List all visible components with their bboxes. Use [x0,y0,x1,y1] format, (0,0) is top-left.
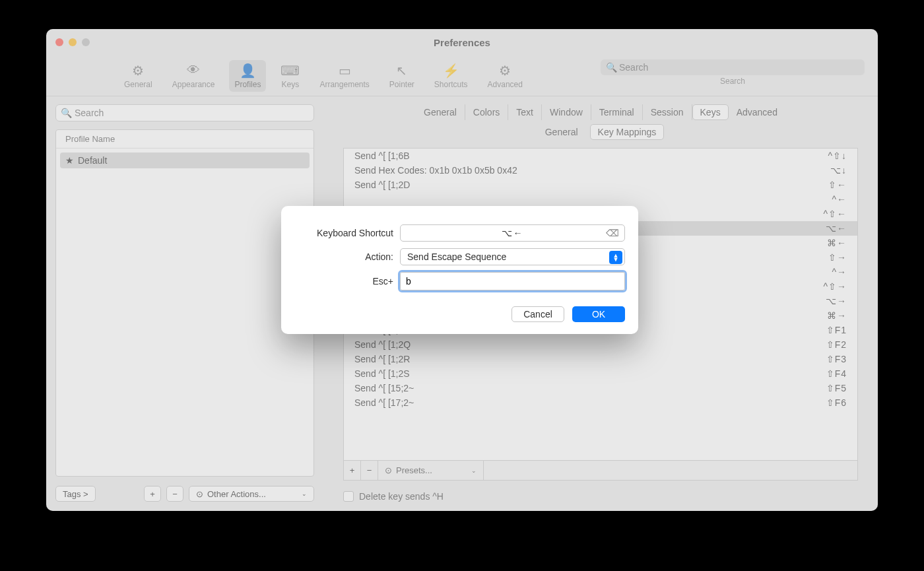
tab-keys[interactable]: Keys [692,104,729,120]
search-icon: 🔍 [606,62,617,73]
mapping-key: ⌘→ [827,310,847,321]
mapping-row[interactable]: Send Hex Codes: 0x1b 0x1b 0x5b 0x42⌥↓ [344,163,857,178]
search-icon: 🔍 [61,108,72,118]
delete-key-checkbox-row[interactable]: Delete key sends ^H [343,491,858,502]
mapping-row[interactable]: ^← [344,192,857,207]
tab-terminal[interactable]: Terminal [591,104,643,120]
mapping-key: ⇧F3 [826,354,847,364]
toolbar-search-input[interactable] [601,59,865,75]
titlebar: Preferences [46,29,878,55]
mapping-key: ⌥↓ [830,165,847,176]
maximize-icon[interactable] [82,38,90,46]
chevron-updown-icon: ▲▼ [609,251,622,264]
mapping-action: Send ^[ [15;2~ [354,383,414,393]
profile-list-header[interactable]: Profile Name [56,130,314,149]
ellipsis-icon: ⊙ [196,489,203,499]
general-icon: ⚙ [132,63,144,79]
arrangements-icon: ▭ [339,63,351,79]
star-icon: ★ [65,155,74,166]
add-profile-button[interactable]: + [144,486,161,502]
presets-dropdown[interactable]: ⊙Presets... ⌄ [378,461,484,480]
mapping-key: ⌥← [826,223,847,234]
toolbar-item-label: General [124,80,152,89]
ok-button[interactable]: OK [572,306,625,322]
toolbar-item-advanced[interactable]: ⚙Advanced [482,60,528,92]
shortcuts-icon: ⚡ [443,63,459,79]
mapping-action: Send ^[ [17;2~ [354,397,414,408]
remove-profile-button[interactable]: − [166,486,183,502]
subtab-key-mappings[interactable]: Key Mappings [590,124,665,140]
esc-label: Esc+ [294,276,400,286]
mapping-row[interactable]: Send ^[ [1;6B^⇧↓ [344,149,857,163]
subtab-general[interactable]: General [537,124,586,140]
tab-colors[interactable]: Colors [465,104,508,120]
mapping-row[interactable]: Send ^[ [1;2R⇧F3 [344,352,857,366]
tab-general[interactable]: General [416,104,465,120]
mapping-row[interactable]: Send ^[ [17;2~⇧F6 [344,395,857,410]
profile-row[interactable]: ★ Default [60,152,310,168]
chevron-down-icon: ⌄ [471,467,477,474]
profile-search-input[interactable] [55,104,314,121]
mapping-key: ^→ [832,267,847,277]
close-icon[interactable] [55,38,63,46]
mapping-row[interactable]: Send ^[ [1;2Q⇧F2 [344,337,857,352]
pointer-icon: ↖ [396,63,407,79]
mapping-row[interactable]: Send ^[ [1;2D⇧← [344,178,857,192]
tab-window[interactable]: Window [542,104,591,120]
profile-name: Default [78,155,107,166]
clear-icon[interactable]: ⌫ [606,228,620,238]
mapping-row[interactable]: Send ^[ [1;2S⇧F4 [344,366,857,381]
mapping-key: ⇧F6 [826,397,847,408]
mapping-key: ⇧F5 [826,383,847,393]
mapping-key: ^← [832,194,847,205]
profiles-icon: 👤 [240,63,256,79]
toolbar-item-keys[interactable]: ⌨Keys [275,60,305,92]
cancel-button[interactable]: Cancel [512,306,564,322]
profile-list: Profile Name ★ Default [55,129,314,477]
mapping-key: ⇧F4 [826,368,847,379]
mapping-action: Send ^[ [1;2R [354,354,410,364]
esc-sequence-input[interactable] [400,272,625,290]
checkbox[interactable] [343,491,354,502]
keys-subtabs: GeneralKey Mappings [323,124,878,140]
toolbar-item-profiles[interactable]: 👤Profiles [229,60,266,92]
toolbar-item-arrangements[interactable]: ▭Arrangements [314,60,374,92]
toolbar-item-appearance[interactable]: 👁Appearance [167,60,220,92]
traffic-lights[interactable] [55,38,90,46]
mapping-key: ⇧→ [828,252,847,263]
toolbar-item-label: Appearance [172,80,215,89]
other-actions-button[interactable]: ⊙Other Actions... ⌄ [189,486,314,502]
add-mapping-button[interactable]: + [344,461,361,480]
ellipsis-icon: ⊙ [385,465,392,475]
toolbar-item-shortcuts[interactable]: ⚡Shortcuts [429,60,473,92]
toolbar-item-label: Advanced [488,80,523,89]
toolbar: ⚙General👁Appearance👤Profiles⌨Keys▭Arrang… [46,55,878,96]
toolbar-item-label: Arrangements [319,80,369,89]
mapping-key: ^⇧← [823,209,847,219]
mapping-key: ^⇧→ [823,281,847,292]
tab-text[interactable]: Text [508,104,542,120]
mapping-row[interactable]: Send ^[ [15;2~⇧F5 [344,381,857,395]
advanced-icon: ⚙ [499,63,511,79]
appearance-icon: 👁 [187,63,200,79]
mapping-action: Send Hex Codes: 0x1b 0x1b 0x5b 0x42 [354,165,517,176]
mapping-key: ⇧F1 [826,325,847,335]
toolbar-item-general[interactable]: ⚙General [119,60,158,92]
mapping-key: ⇧← [828,180,847,190]
tags-button[interactable]: Tags > [55,486,96,502]
action-label: Action: [294,252,400,262]
mapping-key: ⌥→ [826,296,847,306]
mapping-key: ⌘← [827,238,847,248]
toolbar-item-pointer[interactable]: ↖Pointer [384,60,420,92]
window-title: Preferences [434,37,490,48]
remove-mapping-button[interactable]: − [361,461,378,480]
tab-session[interactable]: Session [643,104,692,120]
keys-icon: ⌨ [280,63,300,79]
mapping-key: ^⇧↓ [828,151,847,161]
list-controls: + − ⊙Presets... ⌄ [343,461,858,481]
minimize-icon[interactable] [69,38,77,46]
shortcut-input[interactable]: ⌥← ⌫ [400,224,625,242]
profile-tabs: GeneralColorsTextWindowTerminalSessionKe… [323,104,878,120]
tab-advanced[interactable]: Advanced [729,104,785,120]
action-select[interactable]: Send Escape Sequence ▲▼ [400,248,625,265]
